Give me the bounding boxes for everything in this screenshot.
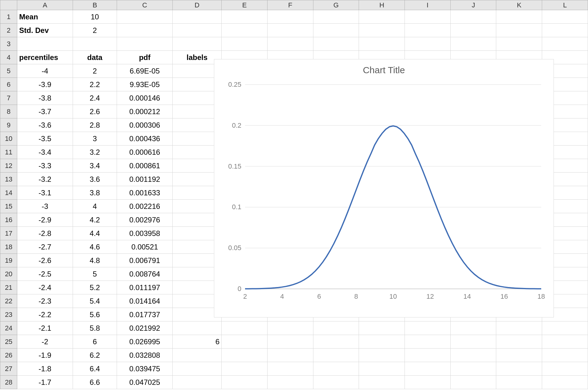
cell-E27[interactable]: [222, 362, 268, 376]
column-header-I[interactable]: I: [405, 0, 451, 10]
cell-C8[interactable]: 0.000212: [117, 105, 173, 118]
column-header-C[interactable]: C: [117, 0, 173, 10]
column-header-F[interactable]: F: [267, 0, 313, 10]
cell-D3[interactable]: [172, 37, 221, 51]
cell-B26[interactable]: 6.2: [73, 349, 117, 362]
cell-C17[interactable]: 0.003958: [117, 227, 173, 240]
cell-C22[interactable]: 0.014164: [117, 294, 173, 308]
cell-A24[interactable]: -2.1: [17, 321, 73, 335]
cell-I2[interactable]: [405, 24, 451, 37]
cell-A8[interactable]: -3.7: [17, 105, 73, 118]
cell-E3[interactable]: [222, 37, 268, 51]
cell-C10[interactable]: 0.000436: [117, 132, 173, 146]
cell-L27[interactable]: [542, 362, 588, 376]
row-header-25[interactable]: 25: [0, 335, 17, 349]
cell-A23[interactable]: -2.2: [17, 308, 73, 321]
cell-J26[interactable]: [450, 349, 496, 362]
cell-J3[interactable]: [450, 37, 496, 51]
cell-C7[interactable]: 0.000146: [117, 91, 173, 105]
column-header-K[interactable]: K: [496, 0, 542, 10]
cell-A17[interactable]: -2.8: [17, 227, 73, 240]
cell-E26[interactable]: [222, 349, 268, 362]
cell-G2[interactable]: [313, 24, 359, 37]
cell-L28[interactable]: [542, 376, 588, 389]
cell-A15[interactable]: -3: [17, 200, 73, 213]
cell-B8[interactable]: 2.6: [73, 105, 117, 118]
cell-A11[interactable]: -3.4: [17, 146, 73, 159]
cell-I27[interactable]: [405, 362, 451, 376]
cell-C13[interactable]: 0.001192: [117, 173, 173, 186]
row-header-28[interactable]: 28: [0, 376, 17, 389]
cell-C18[interactable]: 0.00521: [117, 240, 173, 254]
cell-C14[interactable]: 0.001633: [117, 186, 173, 200]
cell-B9[interactable]: 2.8: [73, 118, 117, 132]
cell-A27[interactable]: -1.8: [17, 362, 73, 376]
cell-A9[interactable]: -3.6: [17, 118, 73, 132]
cell-L2[interactable]: [542, 24, 588, 37]
row-header-21[interactable]: 21: [0, 281, 17, 294]
cell-D24[interactable]: [172, 321, 221, 335]
cell-D27[interactable]: [172, 362, 221, 376]
column-header-G[interactable]: G: [313, 0, 359, 10]
row-header-23[interactable]: 23: [0, 308, 17, 321]
cell-A21[interactable]: -2.4: [17, 281, 73, 294]
cell-L25[interactable]: [542, 335, 588, 349]
cell-C3[interactable]: [117, 37, 173, 51]
row-header-5[interactable]: 5: [0, 64, 17, 78]
cell-G1[interactable]: [313, 10, 359, 24]
cell-A14[interactable]: -3.1: [17, 186, 73, 200]
row-header-27[interactable]: 27: [0, 362, 17, 376]
cell-G27[interactable]: [313, 362, 359, 376]
row-header-10[interactable]: 10: [0, 132, 17, 146]
cell-C21[interactable]: 0.011197: [117, 281, 173, 294]
cell-A10[interactable]: -3.5: [17, 132, 73, 146]
cell-G26[interactable]: [313, 349, 359, 362]
cell-J24[interactable]: [450, 321, 496, 335]
row-header-22[interactable]: 22: [0, 294, 17, 308]
cell-B6[interactable]: 2.2: [73, 78, 117, 91]
column-header-H[interactable]: H: [359, 0, 405, 10]
cell-A19[interactable]: -2.6: [17, 254, 73, 267]
cell-C24[interactable]: 0.021992: [117, 321, 173, 335]
cell-A25[interactable]: -2: [17, 335, 73, 349]
cell-C16[interactable]: 0.002976: [117, 213, 173, 227]
cell-B5[interactable]: 2: [73, 64, 117, 78]
cell-C15[interactable]: 0.002216: [117, 200, 173, 213]
cell-C12[interactable]: 0.000861: [117, 159, 173, 173]
cell-C25[interactable]: 0.026995: [117, 335, 173, 349]
cell-B15[interactable]: 4: [73, 200, 117, 213]
cell-C6[interactable]: 9.93E-05: [117, 78, 173, 91]
cell-J28[interactable]: [450, 376, 496, 389]
cell-D1[interactable]: [172, 10, 221, 24]
row-header-12[interactable]: 12: [0, 159, 17, 173]
cell-E24[interactable]: [222, 321, 268, 335]
column-header-A[interactable]: A: [17, 0, 73, 10]
cell-L26[interactable]: [542, 349, 588, 362]
cell-H1[interactable]: [359, 10, 405, 24]
cell-B27[interactable]: 6.4: [73, 362, 117, 376]
cell-D25[interactable]: 6: [172, 335, 221, 349]
row-header-7[interactable]: 7: [0, 91, 17, 105]
cell-A22[interactable]: -2.3: [17, 294, 73, 308]
cell-F26[interactable]: [267, 349, 313, 362]
cell-B11[interactable]: 3.2: [73, 146, 117, 159]
cell-K24[interactable]: [496, 321, 542, 335]
cell-H3[interactable]: [359, 37, 405, 51]
row-header-11[interactable]: 11: [0, 146, 17, 159]
cell-I1[interactable]: [405, 10, 451, 24]
cell-D28[interactable]: [172, 376, 221, 389]
cell-A6[interactable]: -3.9: [17, 78, 73, 91]
cell-H28[interactable]: [359, 376, 405, 389]
cell-C19[interactable]: 0.006791: [117, 254, 173, 267]
cell-F24[interactable]: [267, 321, 313, 335]
cell-A4[interactable]: percentiles: [17, 51, 73, 64]
cell-I26[interactable]: [405, 349, 451, 362]
select-all-corner[interactable]: [0, 0, 17, 10]
cell-C26[interactable]: 0.032808: [117, 349, 173, 362]
cell-I24[interactable]: [405, 321, 451, 335]
cell-D26[interactable]: [172, 349, 221, 362]
cell-A7[interactable]: -3.8: [17, 91, 73, 105]
cell-F2[interactable]: [267, 24, 313, 37]
row-header-14[interactable]: 14: [0, 186, 17, 200]
cell-F25[interactable]: [267, 335, 313, 349]
